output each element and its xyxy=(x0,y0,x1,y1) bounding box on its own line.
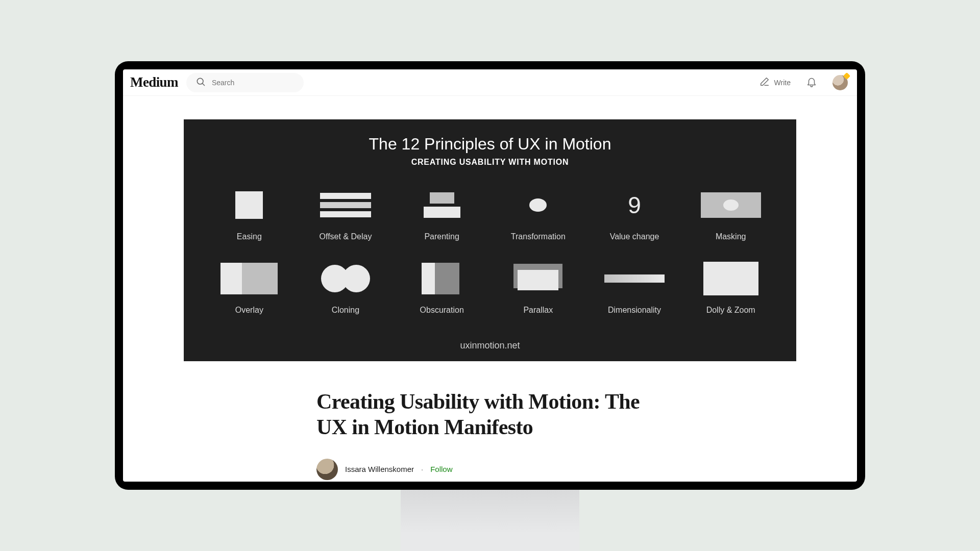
header-actions: Write xyxy=(759,75,848,90)
hero-subtitle: CREATING USABILITY WITH MOTION xyxy=(204,158,776,167)
screen: Medium xyxy=(123,69,857,482)
svg-line-1 xyxy=(202,83,204,85)
monitor-bezel: Medium xyxy=(115,61,865,490)
principle-label: Easing xyxy=(237,232,262,241)
write-label: Write xyxy=(774,79,791,87)
article-header: Creating Usability with Motion: The UX i… xyxy=(316,389,664,480)
principles-grid: Easing Offset & Delay Pare xyxy=(204,188,776,315)
principle-thumb: 9 xyxy=(604,188,665,222)
principle-dimensionality: Dimensionality xyxy=(590,262,680,315)
value-glyph: 9 xyxy=(628,191,641,219)
principle-label: Masking xyxy=(716,232,746,241)
principle-label: Value change xyxy=(610,232,659,241)
principle-thumb xyxy=(700,262,762,295)
author-row: Issara Willenskomer · Follow xyxy=(316,459,664,480)
principle-parallax: Parallax xyxy=(493,262,583,315)
principle-thumb xyxy=(411,262,473,295)
principle-label: Obscuration xyxy=(420,306,464,315)
site-header: Medium xyxy=(123,69,857,96)
principle-overlay: Overlay xyxy=(204,262,295,315)
write-icon xyxy=(759,76,770,89)
principle-thumb xyxy=(700,188,762,222)
principle-cloning: Cloning xyxy=(301,262,391,315)
principle-label: Dimensionality xyxy=(608,306,661,315)
principle-offset-delay: Offset & Delay xyxy=(301,188,391,241)
search-field[interactable] xyxy=(186,73,304,92)
follow-button[interactable]: Follow xyxy=(430,465,452,473)
principle-thumb xyxy=(315,188,376,222)
principle-thumb xyxy=(411,188,473,222)
notifications-icon[interactable] xyxy=(806,76,817,89)
hero-title: The 12 Principles of UX in Motion xyxy=(204,135,776,154)
principle-label: Transformation xyxy=(511,232,566,241)
principle-masking: Masking xyxy=(685,188,776,241)
principle-thumb xyxy=(507,188,569,222)
principle-easing: Easing xyxy=(204,188,295,241)
hero-footer: uxinmotion.net xyxy=(204,340,776,351)
search-icon xyxy=(195,77,206,89)
search-input[interactable] xyxy=(212,79,295,87)
author-avatar[interactable] xyxy=(316,459,338,480)
principle-label: Dolly & Zoom xyxy=(706,306,755,315)
article-headline: Creating Usability with Motion: The UX i… xyxy=(316,389,664,440)
principle-label: Parallax xyxy=(523,306,553,315)
principle-label: Overlay xyxy=(235,306,263,315)
principle-label: Cloning xyxy=(332,306,359,315)
principle-thumb xyxy=(218,188,280,222)
principle-transformation: Transformation xyxy=(493,188,583,241)
principle-thumb xyxy=(604,262,665,295)
principle-value-change: 9 Value change xyxy=(590,188,680,241)
separator-dot: · xyxy=(421,465,423,473)
article-body: The 12 Principles of UX in Motion CREATI… xyxy=(123,96,857,482)
write-button[interactable]: Write xyxy=(759,76,791,89)
principle-thumb xyxy=(218,262,280,295)
logo[interactable]: Medium xyxy=(130,74,178,90)
principle-dolly-zoom: Dolly & Zoom xyxy=(685,262,776,315)
principle-obscuration: Obscuration xyxy=(397,262,487,315)
hero-infographic: The 12 Principles of UX in Motion CREATI… xyxy=(184,119,796,361)
principle-thumb xyxy=(507,262,569,295)
principle-label: Parenting xyxy=(424,232,459,241)
principle-parenting: Parenting xyxy=(397,188,487,241)
principle-label: Offset & Delay xyxy=(320,232,372,241)
monitor-mockup: Medium xyxy=(115,61,865,490)
author-name[interactable]: Issara Willenskomer xyxy=(345,465,414,473)
principle-thumb xyxy=(315,262,376,295)
monitor-stand xyxy=(401,488,579,551)
avatar[interactable] xyxy=(832,75,848,90)
